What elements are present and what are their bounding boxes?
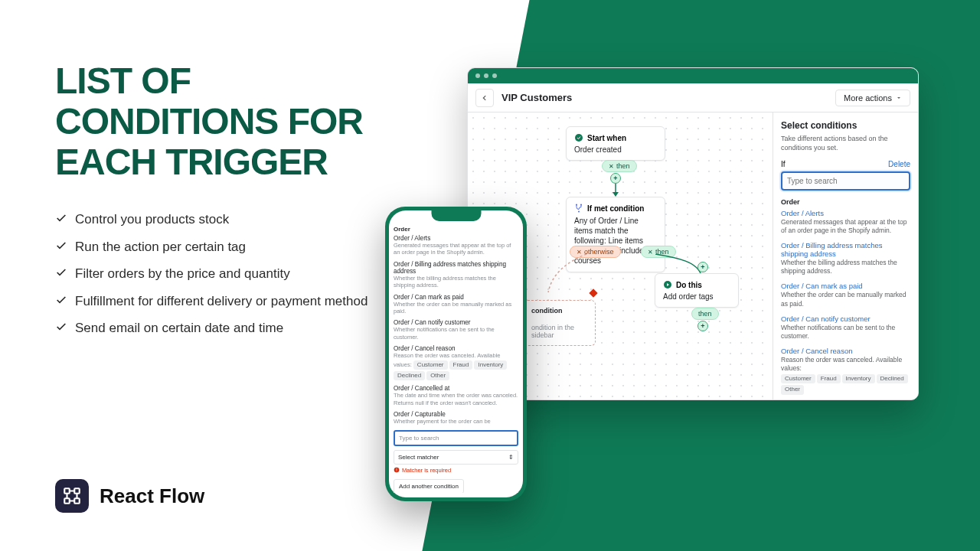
add-step-button[interactable]: +: [697, 321, 708, 331]
brand: React Flow: [55, 479, 204, 513]
marketing-copy: LIST OF CONDITIONS FOR EACH TRIGGER Cont…: [55, 61, 392, 351]
check-icon: [55, 212, 67, 224]
phone-mock: Order Order / AlertsGenerated messages t…: [385, 207, 527, 501]
check-icon: [55, 240, 67, 252]
svg-point-8: [578, 211, 580, 213]
feature-item: Filter orders by the price and quantity: [55, 264, 392, 284]
window-titlebar: [468, 68, 918, 83]
error-marker-icon: [589, 289, 597, 297]
svg-point-4: [575, 134, 583, 142]
svg-rect-12: [397, 471, 397, 471]
svg-rect-1: [74, 488, 80, 494]
svg-rect-2: [64, 498, 70, 504]
node-action[interactable]: Do this Add order tags: [655, 273, 739, 308]
condition-option[interactable]: Order / Cancel reasonReason the order wa…: [781, 347, 910, 395]
node-start-sub: Order created: [574, 145, 657, 154]
condition-option[interactable]: Order / Can mark as paidWhether the orde…: [394, 294, 518, 315]
phone-section-label: Order: [394, 226, 518, 233]
svg-point-6: [576, 204, 577, 206]
condition-option[interactable]: Order / CapturableWhether payment for th…: [394, 411, 518, 425]
edge-label-then-2[interactable]: ✕ then: [641, 246, 676, 258]
node-condition-sub: Any of Order / Line items match the foll…: [574, 216, 657, 266]
feature-item: Control you products stock: [55, 210, 392, 230]
node-start-title: Start when: [587, 134, 626, 142]
condition-option[interactable]: Order / AlertsGenerated messages that ap…: [781, 209, 910, 235]
node-start[interactable]: Start when Order created: [566, 126, 665, 161]
delete-condition-link[interactable]: Delete: [888, 160, 910, 168]
feature-item: Fulfillment for different delivery or pa…: [55, 292, 392, 311]
brand-name: React Flow: [100, 484, 204, 508]
check-icon: [55, 321, 67, 333]
svg-rect-3: [74, 498, 80, 504]
phone-notch: [431, 210, 481, 221]
if-label: If: [781, 160, 786, 168]
feature-item: Run the action per certain tag: [55, 237, 392, 257]
page-title: VIP Customers: [501, 92, 572, 103]
check-circle-icon: [574, 133, 583, 142]
edge-label-then[interactable]: ✕ then: [602, 160, 637, 172]
edge-label-then-3[interactable]: then: [691, 308, 719, 320]
add-step-button[interactable]: +: [610, 173, 621, 184]
svg-point-7: [580, 204, 582, 206]
add-step-button[interactable]: +: [697, 262, 708, 272]
branch-icon: [574, 204, 583, 213]
sidebar-subtitle: Take different actions based on the cond…: [781, 134, 910, 152]
close-icon[interactable]: ✕: [577, 249, 582, 256]
more-actions-label: More actions: [844, 93, 892, 103]
condition-option[interactable]: Order / Can notify customerWhether notif…: [781, 315, 910, 341]
condition-option[interactable]: Order / AlertsGenerated messages that ap…: [394, 235, 518, 256]
more-actions-button[interactable]: More actions: [835, 90, 910, 106]
node-placeholder-title: condition: [531, 307, 587, 315]
close-icon[interactable]: ✕: [648, 249, 653, 256]
feature-item: Send email on certain date and time: [55, 318, 392, 338]
add-condition-button[interactable]: Add another condition: [394, 479, 464, 494]
error-icon: [394, 467, 400, 473]
condition-option[interactable]: Order / Can notify customerWhether notif…: [394, 319, 518, 341]
phone-search-input[interactable]: Type to search: [394, 430, 518, 446]
node-action-title: Do this: [676, 281, 702, 289]
app-window: VIP Customers More actions Start when Or…: [467, 67, 919, 400]
close-icon[interactable]: ✕: [609, 163, 614, 170]
select-handle-icon: ⇕: [508, 454, 514, 461]
brand-logo-icon: [55, 479, 89, 513]
condition-option[interactable]: Order / Can mark as paidWhether the orde…: [781, 282, 910, 308]
condition-search-input[interactable]: [781, 171, 910, 191]
check-icon: [55, 294, 67, 306]
condition-option[interactable]: Order / Cancelled atThe date and time wh…: [394, 385, 518, 406]
matcher-error: Matcher is required: [394, 467, 518, 474]
feature-list: Control you products stockRun the action…: [55, 210, 392, 338]
sidebar-title: Select conditions: [781, 120, 910, 131]
condition-option[interactable]: Order / Billing address matches shipping…: [394, 261, 518, 289]
node-action-sub: Add order tags: [663, 292, 730, 301]
svg-rect-0: [64, 488, 70, 494]
sidebar-section-label: Order: [781, 198, 910, 206]
conditions-sidebar: Select conditions Take different actions…: [773, 112, 918, 399]
check-icon: [55, 266, 67, 279]
condition-option[interactable]: Order / Cancel reasonReason the order wa…: [394, 345, 518, 380]
headline: LIST OF CONDITIONS FOR EACH TRIGGER: [55, 61, 392, 182]
node-condition-title: If met condition: [587, 204, 644, 213]
node-placeholder-sub: ondition in the sidebar: [531, 324, 587, 339]
back-button[interactable]: [475, 89, 494, 107]
svg-rect-11: [397, 468, 397, 471]
chevron-down-icon: [896, 95, 902, 101]
node-condition[interactable]: If met condition Any of Order / Line ite…: [566, 197, 665, 272]
edge-label-otherwise[interactable]: ✕ otherwise: [570, 246, 621, 258]
condition-option[interactable]: Order / Billing address matches shipping…: [781, 241, 910, 276]
matcher-select[interactable]: Select matcher ⇕: [394, 450, 518, 465]
play-circle-icon: [663, 280, 672, 289]
app-toolbar: VIP Customers More actions: [468, 83, 918, 112]
node-placeholder[interactable]: condition ondition in the sidebar: [523, 300, 596, 346]
